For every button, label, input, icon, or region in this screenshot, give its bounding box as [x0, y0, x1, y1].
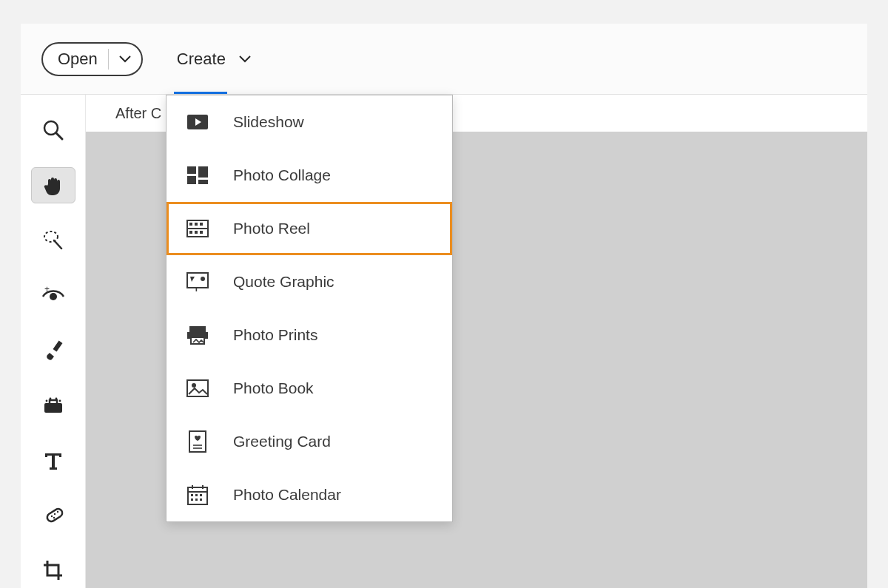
create-menu: Slideshow Photo Collage Photo Reel T Quo… — [166, 95, 453, 522]
svg-point-11 — [58, 400, 61, 402]
svg-rect-51 — [195, 499, 198, 501]
svg-rect-30 — [200, 231, 203, 234]
menu-item-slideshow[interactable]: Slideshow — [166, 95, 452, 149]
quote-icon: T — [183, 272, 212, 291]
menu-item-photo-collage[interactable]: Photo Collage — [166, 149, 452, 202]
menu-item-label: Photo Reel — [233, 220, 310, 237]
svg-marker-32 — [190, 277, 195, 282]
svg-rect-19 — [187, 166, 196, 174]
svg-point-10 — [55, 398, 57, 400]
menu-item-photo-book[interactable]: Photo Book — [166, 362, 452, 415]
book-icon — [183, 379, 212, 397]
svg-rect-20 — [198, 166, 208, 178]
type-tool[interactable] — [31, 442, 75, 478]
svg-point-9 — [49, 398, 51, 400]
crop-tool[interactable] — [31, 552, 75, 588]
svg-point-2 — [44, 232, 58, 242]
healing-tool[interactable] — [31, 497, 75, 533]
crop-tool-icon — [42, 559, 64, 581]
open-button-caret[interactable] — [109, 55, 141, 63]
svg-point-13 — [50, 515, 52, 516]
zoom-tool[interactable] — [31, 112, 75, 148]
open-button[interactable]: Open — [41, 42, 143, 76]
prints-icon — [183, 325, 212, 345]
svg-rect-47 — [191, 494, 193, 496]
svg-text:+: + — [44, 286, 50, 294]
svg-rect-49 — [200, 494, 202, 496]
eye-tool[interactable]: + — [31, 277, 75, 313]
zoom-tool-icon — [42, 119, 64, 141]
menu-item-label: Photo Collage — [233, 166, 331, 184]
menu-item-label: Greeting Card — [233, 433, 331, 450]
brush-tool[interactable] — [31, 332, 75, 368]
svg-point-15 — [56, 510, 58, 512]
svg-point-4 — [50, 293, 57, 300]
svg-point-14 — [53, 513, 55, 514]
reel-icon — [183, 220, 212, 237]
calendar-icon — [183, 484, 212, 505]
menu-item-greeting-card[interactable]: Greeting Card — [166, 415, 452, 468]
quick-select-tool-icon — [42, 229, 64, 251]
menu-item-label: Photo Book — [233, 379, 314, 397]
left-toolbar: + — [21, 95, 86, 588]
svg-rect-28 — [189, 231, 192, 234]
svg-point-8 — [45, 400, 47, 402]
menu-item-photo-prints[interactable]: Photo Prints — [166, 308, 452, 362]
chevron-down-icon — [239, 55, 251, 63]
app-frame: Open Create + — [21, 24, 867, 588]
create-tab[interactable]: Create — [177, 42, 251, 76]
menu-item-quote-graphic[interactable]: T Quote Graphic — [166, 255, 452, 308]
svg-rect-7 — [44, 403, 62, 413]
menu-item-label: Quote Graphic — [233, 273, 334, 291]
create-tab-label: Create — [177, 50, 226, 69]
svg-rect-48 — [195, 494, 198, 496]
svg-rect-52 — [200, 499, 202, 501]
slideshow-icon — [183, 114, 212, 130]
svg-rect-35 — [189, 326, 206, 332]
healing-tool-icon — [41, 504, 65, 527]
menu-item-label: Photo Prints — [233, 326, 317, 344]
type-tool-icon — [43, 450, 64, 470]
svg-text:T: T — [194, 285, 199, 291]
brush-tool-icon — [42, 339, 64, 362]
hand-tool[interactable] — [31, 167, 75, 203]
open-button-label: Open — [43, 50, 108, 69]
toolbox-tool-icon — [42, 396, 64, 415]
collage-icon — [183, 166, 212, 184]
svg-line-1 — [56, 133, 62, 139]
svg-rect-21 — [187, 176, 196, 184]
eye-tool-icon: + — [41, 286, 65, 304]
svg-line-3 — [54, 240, 61, 249]
svg-rect-29 — [195, 231, 198, 234]
toolbox-tool[interactable] — [31, 388, 75, 423]
menu-item-photo-calendar[interactable]: Photo Calendar — [166, 468, 452, 521]
menu-item-label: Slideshow — [233, 113, 304, 131]
svg-rect-6 — [53, 340, 62, 351]
svg-rect-26 — [195, 223, 198, 226]
svg-point-33 — [201, 277, 205, 281]
svg-rect-22 — [198, 180, 208, 184]
menu-item-photo-reel[interactable]: Photo Reel — [166, 202, 452, 255]
svg-rect-27 — [200, 223, 203, 226]
menu-item-label: Photo Calendar — [233, 486, 341, 504]
svg-rect-38 — [187, 380, 208, 396]
svg-rect-50 — [191, 499, 193, 501]
svg-point-16 — [53, 516, 54, 518]
top-bar: Open Create — [21, 24, 867, 95]
svg-rect-25 — [189, 223, 192, 226]
svg-point-39 — [192, 383, 196, 388]
chevron-down-icon — [119, 55, 131, 63]
hand-tool-icon — [41, 174, 65, 197]
document-tab-label[interactable]: After C — [115, 105, 161, 122]
card-icon — [183, 430, 212, 453]
svg-rect-12 — [45, 507, 63, 523]
quick-select-tool[interactable] — [31, 223, 75, 258]
